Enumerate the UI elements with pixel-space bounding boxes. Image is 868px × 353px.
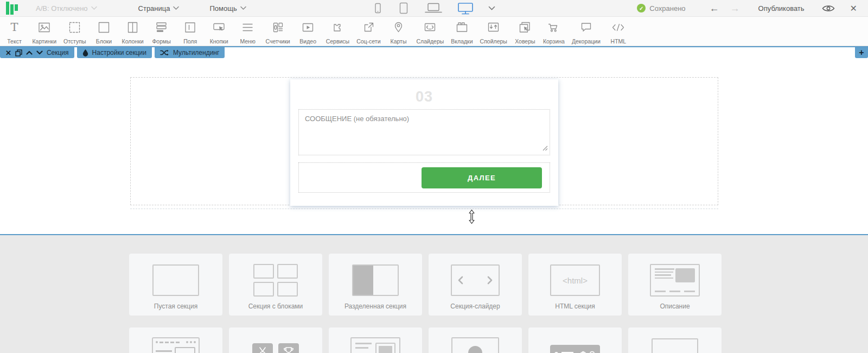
template-description-section[interactable]: Описание: [628, 254, 722, 316]
template-card[interactable]: [329, 327, 422, 353]
template-split-section[interactable]: Разделенная секция: [329, 254, 422, 316]
chevron-down-icon: [91, 6, 97, 10]
template-label: Секция-слайдер: [429, 302, 522, 310]
template-empty-section[interactable]: Пустая секция: [129, 254, 222, 316]
split-section-thumb: [352, 264, 399, 296]
template-card[interactable]: [429, 327, 522, 353]
template-card[interactable]: [628, 327, 722, 353]
multilanding-button[interactable]: Мультилендинг: [155, 47, 225, 58]
saved-label: Сохранено: [649, 4, 685, 12]
move-section-up-icon[interactable]: [26, 51, 33, 55]
move-section-down-icon[interactable]: [36, 51, 43, 55]
tool-social[interactable]: Соц-сети: [353, 20, 384, 45]
template-html-section[interactable]: <html> HTML секция: [528, 254, 622, 316]
tool-columns[interactable]: Колонки: [118, 20, 147, 45]
medal-icon: [258, 346, 267, 353]
columns-icon: [125, 20, 140, 37]
tool-cart[interactable]: Корзина: [539, 20, 568, 45]
trophy-icon: [283, 346, 294, 353]
search-icon: [589, 351, 596, 353]
preview-button[interactable]: [814, 4, 843, 12]
browser-window-thumb: [152, 337, 200, 353]
device-menu-chevron[interactable]: [487, 1, 496, 15]
hamburger-icon: [240, 20, 255, 37]
template-card[interactable]: [229, 327, 322, 353]
tool-tabs[interactable]: Вкладки: [448, 20, 476, 45]
video-play-icon: [301, 20, 315, 37]
form-widget[interactable]: 03 СООБЩЕНИЕ (не обязательно) ДАЛЕЕ: [290, 79, 558, 206]
copy-section-icon[interactable]: [15, 49, 22, 56]
input-field-icon: [183, 20, 197, 37]
droplet-icon: [82, 49, 88, 56]
dashed-square-icon: [67, 20, 82, 37]
undo-button[interactable]: ←: [704, 0, 725, 16]
tool-buttons[interactable]: Кнопки: [205, 20, 233, 45]
saved-status: ✓ Сохранено: [637, 4, 685, 12]
help-menu[interactable]: Помощь: [203, 0, 252, 16]
tool-decorations[interactable]: Декорации: [568, 20, 604, 45]
tool-label: Видео: [299, 38, 316, 45]
spoiler-arrows-icon: [486, 20, 501, 37]
tool-blocks[interactable]: Блоки: [90, 20, 118, 45]
text-icon: T: [7, 20, 22, 37]
tool-label: Соц-сети: [356, 38, 380, 45]
message-placeholder: СООБЩЕНИЕ (не обязательно): [305, 115, 409, 123]
hover-layers-icon: [518, 20, 532, 37]
tool-hovers[interactable]: Ховеры: [510, 20, 539, 45]
textarea-resize-handle[interactable]: [542, 143, 548, 153]
check-circle-icon: ✓: [637, 4, 646, 12]
tool-video[interactable]: Видео: [293, 20, 322, 45]
blocks-section-thumb: [253, 264, 298, 297]
section-settings-button[interactable]: Настройки секции: [77, 47, 152, 58]
tool-menu[interactable]: Меню: [233, 20, 262, 45]
template-card[interactable]: [129, 327, 222, 353]
ab-test-menu[interactable]: A/B: Отключено: [29, 0, 104, 16]
template-slider-section[interactable]: Секция-слайдер: [429, 254, 522, 316]
tool-label: Меню: [240, 38, 255, 45]
tool-label: HTML: [611, 38, 627, 45]
template-card[interactable]: [528, 327, 622, 353]
device-switcher: [371, 0, 496, 16]
tool-label: Корзина: [543, 38, 565, 45]
tool-label: Колонки: [122, 38, 144, 45]
speech-bubble-icon: [579, 20, 593, 37]
device-laptop-button[interactable]: [423, 1, 444, 15]
tool-sliders[interactable]: Слайдеры: [413, 20, 448, 45]
person-thumb: [451, 337, 499, 353]
tool-spoilers[interactable]: Спойлеры: [476, 20, 510, 45]
tool-margins[interactable]: Отступы: [60, 20, 90, 45]
template-label: Секция с блоками: [229, 302, 322, 310]
tool-images[interactable]: Картинки: [29, 20, 60, 45]
publish-button[interactable]: Опубликовать: [758, 4, 805, 12]
close-editor-button[interactable]: ✕: [843, 3, 865, 14]
message-textarea[interactable]: СООБЩЕНИЕ (не обязательно): [298, 109, 550, 155]
section-controls: ✕ Секция: [0, 47, 74, 58]
template-label: HTML секция: [528, 302, 622, 310]
tool-forms[interactable]: Формы: [147, 20, 176, 45]
device-phone-button[interactable]: [371, 1, 385, 15]
template-blocks-section[interactable]: Секция с блоками: [229, 254, 322, 316]
html-section-thumb: <html>: [550, 264, 600, 296]
page-menu[interactable]: Страница: [132, 0, 186, 16]
map-pin-icon: [391, 20, 406, 37]
awards-thumb: [252, 343, 299, 353]
tool-fields[interactable]: Поля: [176, 20, 205, 45]
tool-text[interactable]: T Текст: [0, 20, 29, 45]
device-tablet-button[interactable]: [397, 1, 411, 15]
tool-html[interactable]: HTML: [604, 20, 633, 45]
next-button[interactable]: ДАЛЕЕ: [422, 167, 542, 188]
svg-text:T: T: [10, 21, 18, 34]
resize-vertical-cursor[interactable]: [468, 209, 476, 226]
multilanding-label: Мультилендинг: [173, 49, 219, 56]
device-desktop-button[interactable]: [456, 1, 475, 15]
tool-label: Декорации: [572, 38, 601, 45]
tool-services[interactable]: Сервисы: [322, 20, 353, 45]
tool-label: Вкладки: [451, 38, 473, 45]
tool-counters[interactable]: Счетчики: [262, 20, 293, 45]
add-section-button[interactable]: +: [855, 47, 868, 58]
tool-maps[interactable]: Карты: [384, 20, 413, 45]
delete-section-icon[interactable]: ✕: [5, 49, 11, 57]
app-logo[interactable]: [5, 1, 20, 15]
page-menu-label: Страница: [138, 4, 170, 12]
redo-button[interactable]: →: [725, 0, 745, 16]
